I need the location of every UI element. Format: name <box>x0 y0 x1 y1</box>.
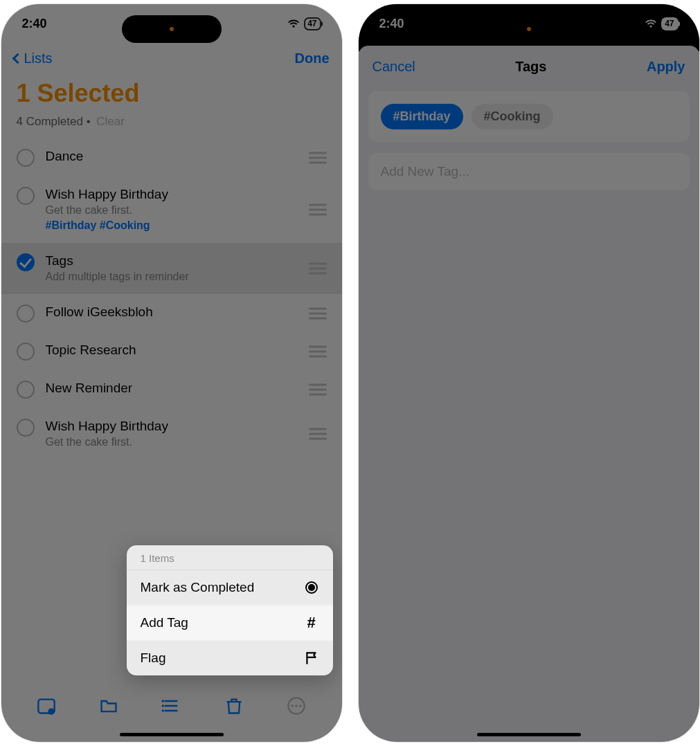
svg-point-2 <box>162 700 165 702</box>
tag-chip-birthday[interactable]: #Birthday <box>381 104 463 129</box>
trash-icon[interactable] <box>224 696 244 716</box>
svg-point-6 <box>291 704 294 707</box>
nav-bar: Lists Done <box>1 43 342 73</box>
flag-icon <box>304 651 319 666</box>
reminder-note: Get the cake first. <box>46 435 327 450</box>
reminder-row[interactable]: Wish Happy Birthday Get the cake first. … <box>1 176 342 243</box>
reminder-row[interactable]: New Reminder <box>1 370 342 408</box>
list-icon[interactable] <box>161 696 181 716</box>
folder-icon[interactable] <box>99 696 118 716</box>
dynamic-island <box>122 15 222 43</box>
reminder-title: Follow iGeeksbloh <box>46 304 327 320</box>
reminder-title: Wish Happy Birthday <box>46 186 327 203</box>
clear-button[interactable]: Clear <box>96 115 125 128</box>
radio-icon[interactable] <box>17 149 35 167</box>
reminder-row[interactable]: Follow iGeeksbloh <box>1 294 342 332</box>
hash-icon: # <box>304 615 319 630</box>
sheet-title: Tags <box>515 59 546 75</box>
drag-handle-icon[interactable] <box>309 260 327 278</box>
reminder-title: Dance <box>46 148 327 165</box>
home-indicator[interactable] <box>477 733 581 736</box>
reminder-note: Add multiple tags in reminder <box>46 269 327 284</box>
toolbar <box>1 688 342 724</box>
radio-icon[interactable] <box>17 187 35 205</box>
battery-icon: 47 <box>661 17 678 30</box>
page-title: 1 Selected <box>1 73 342 112</box>
drag-handle-icon[interactable] <box>309 426 327 443</box>
new-tag-placeholder: Add New Tag... <box>381 164 470 179</box>
reminder-title: Wish Happy Birthday <box>46 418 327 435</box>
context-menu: 1 Items Mark as Completed Add Tag # Flag <box>127 545 333 675</box>
svg-point-7 <box>296 704 298 707</box>
drag-handle-icon[interactable] <box>309 201 327 219</box>
menu-add-tag[interactable]: Add Tag # <box>127 605 333 640</box>
battery-icon: 47 <box>304 17 321 30</box>
reminder-title: New Reminder <box>46 380 327 397</box>
completed-row: 4 Completed • Clear <box>1 112 342 138</box>
tag-chip-cooking[interactable]: #Cooking <box>472 104 553 129</box>
reminder-row-selected[interactable]: Tags Add multiple tags in reminder <box>1 243 342 294</box>
chevron-left-icon <box>12 53 23 64</box>
reminder-title: Tags <box>46 253 327 269</box>
cancel-button[interactable]: Cancel <box>373 59 415 75</box>
svg-point-4 <box>162 709 165 712</box>
add-new-tag-input[interactable]: Add New Tag... <box>368 153 690 190</box>
svg-point-3 <box>162 704 165 707</box>
menu-label: Add Tag <box>141 615 188 630</box>
menu-flag[interactable]: Flag <box>127 640 333 675</box>
completed-circle-icon <box>304 580 319 595</box>
sheet-nav: Cancel Tags Apply <box>359 46 699 87</box>
status-time: 2:40 <box>22 17 47 31</box>
calendar-icon[interactable] <box>37 696 56 716</box>
reminder-row[interactable]: Topic Research <box>1 332 342 370</box>
radio-icon[interactable] <box>17 343 35 361</box>
apply-button[interactable]: Apply <box>647 59 685 75</box>
home-indicator[interactable] <box>120 733 224 736</box>
menu-label: Mark as Completed <box>141 580 255 595</box>
reminder-tags: #Birthday #Cooking <box>46 218 327 233</box>
radio-icon[interactable] <box>17 419 35 437</box>
radio-icon[interactable] <box>17 304 35 322</box>
tag-selection: #Birthday #Cooking <box>368 91 690 142</box>
reminder-title: Topic Research <box>46 342 327 358</box>
tags-sheet: Cancel Tags Apply #Birthday #Cooking Add… <box>359 46 699 742</box>
back-button[interactable]: Lists <box>8 51 53 66</box>
reminder-row[interactable]: Wish Happy Birthday Get the cake first. <box>1 408 342 460</box>
reminder-note: Get the cake first. <box>46 203 327 218</box>
radio-icon[interactable] <box>17 381 35 399</box>
radio-checked-icon[interactable] <box>17 253 35 271</box>
completed-count: 4 Completed <box>17 115 83 128</box>
drag-handle-icon[interactable] <box>309 304 327 322</box>
wifi-icon <box>645 17 657 31</box>
more-icon[interactable] <box>287 696 306 716</box>
reminder-row[interactable]: Dance <box>1 138 342 176</box>
wifi-icon <box>287 17 300 31</box>
dynamic-island <box>479 15 579 43</box>
svg-point-8 <box>299 704 302 707</box>
reminder-list: Dance Wish Happy Birthday Get the cake f… <box>1 138 342 460</box>
done-button[interactable]: Done <box>295 51 330 66</box>
menu-mark-completed[interactable]: Mark as Completed <box>127 570 333 605</box>
status-time: 2:40 <box>379 17 404 31</box>
drag-handle-icon[interactable] <box>309 381 327 398</box>
svg-point-1 <box>48 709 54 715</box>
back-label: Lists <box>24 51 53 66</box>
menu-header: 1 Items <box>127 545 333 570</box>
drag-handle-icon[interactable] <box>309 343 327 360</box>
drag-handle-icon[interactable] <box>309 149 327 166</box>
menu-label: Flag <box>141 651 166 666</box>
